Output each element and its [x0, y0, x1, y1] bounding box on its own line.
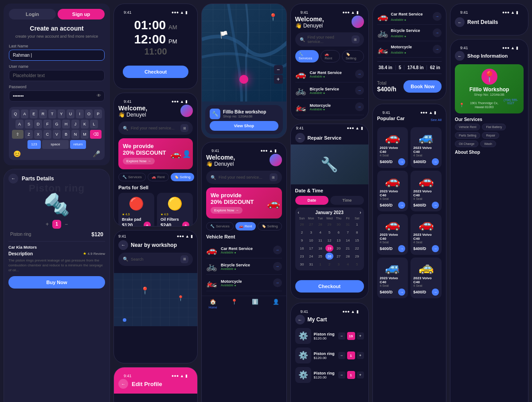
pill-parts-selling[interactable]: Parts Selling [455, 132, 480, 139]
tab-services-v[interactable]: 🔧 Services [206, 222, 234, 230]
cart-minus-1[interactable]: − [338, 332, 345, 340]
svc-bicycle-arrow[interactable]: → [355, 86, 364, 95]
explore-button-v[interactable]: Explore Now → [211, 207, 243, 214]
cart-plus-3[interactable]: + [357, 371, 364, 379]
cal-30[interactable]: 30 [298, 261, 306, 268]
cal-18[interactable]: 18 [316, 245, 325, 252]
cal-8[interactable]: 8 [353, 229, 361, 236]
cal-27-prev[interactable]: 27 [307, 221, 315, 228]
cal-16[interactable]: 16 [298, 245, 306, 252]
nav-profile[interactable]: 👤 [273, 299, 279, 309]
filter-button-v[interactable]: ⊞ [270, 173, 278, 181]
nav-home[interactable]: 🏠 Home [209, 299, 217, 309]
key-123[interactable]: 123 [27, 140, 41, 149]
key-z[interactable]: Z [25, 130, 33, 139]
tab-services-s[interactable]: 🔧 Services [295, 50, 319, 62]
pill-oil-change[interactable]: Oil Change [455, 141, 478, 147]
cal-12[interactable]: 12 [325, 237, 334, 244]
car-list-car-arrow[interactable]: → [433, 12, 442, 21]
tab-selling-v[interactable]: 🏷️ Selling [258, 222, 282, 230]
car-card-2-arrow[interactable]: → [432, 158, 439, 165]
cal-6[interactable]: 6 [334, 229, 343, 236]
key-k[interactable]: K [81, 120, 89, 129]
search-bar[interactable]: 🔍 Find your need service... ⊞ [118, 121, 193, 135]
add-oil-button[interactable]: + [182, 222, 189, 226]
bicycle-arrow-button[interactable]: → [273, 262, 282, 271]
pill-wash[interactable]: Wash [480, 141, 496, 147]
car-card-8-arrow[interactable]: → [432, 289, 439, 296]
repair-checkout-button[interactable]: Checkout [295, 280, 364, 293]
cal-22[interactable]: 22 [353, 245, 361, 252]
key-g[interactable]: G [53, 120, 61, 129]
cal-11[interactable]: 11 [316, 237, 325, 244]
repair-back-button[interactable]: ← [295, 133, 305, 143]
key-s[interactable]: S [25, 120, 33, 129]
login-tab[interactable]: Login [9, 9, 56, 20]
emoji-icon[interactable]: 😊 [13, 150, 21, 157]
key-backspace[interactable]: ⌫ [90, 130, 102, 139]
cart-back-button[interactable]: ← [295, 315, 305, 324]
workshop-search[interactable]: 🔍 Search ⊞ [118, 253, 193, 266]
key-o[interactable]: O [85, 109, 93, 118]
cal-3[interactable]: 3 [307, 229, 315, 236]
explore-button[interactable]: Explore Now → [123, 158, 155, 164]
mic-icon[interactable]: 🎤 [93, 150, 100, 157]
workshop-back-button[interactable]: ← [118, 240, 128, 250]
cal-1[interactable]: 1 [353, 221, 361, 228]
cal-2-next[interactable]: 2 [325, 261, 334, 268]
pill-repair[interactable]: Repair [482, 132, 499, 139]
motorcycle-arrow-button[interactable]: → [273, 278, 282, 287]
key-space[interactable]: space [42, 140, 69, 149]
date-tab[interactable]: Date [295, 196, 329, 205]
cal-29[interactable]: 29 [353, 253, 361, 260]
password-input[interactable] [9, 90, 105, 101]
shop-back-button[interactable]: ← [455, 51, 465, 61]
add-brake-button[interactable]: + [144, 222, 151, 226]
cal-7[interactable]: 7 [344, 229, 352, 236]
filter-button-w[interactable]: ⊞ [180, 255, 188, 263]
tab-services[interactable]: 🔧 Services [118, 173, 146, 181]
cal-14[interactable]: 14 [344, 237, 352, 244]
cal-24[interactable]: 24 [307, 253, 315, 260]
key-shift[interactable]: ⇧ [12, 130, 23, 139]
key-x[interactable]: X [34, 130, 42, 139]
edit-back-button[interactable]: ← [118, 379, 128, 389]
username-input[interactable] [9, 70, 105, 81]
key-l[interactable]: L [90, 120, 98, 129]
cal-2[interactable]: 2 [298, 229, 306, 236]
cal-prev-button[interactable]: ‹ [298, 210, 299, 215]
key-r[interactable]: R [39, 109, 47, 118]
cal-31-prev[interactable]: 31 [344, 221, 352, 228]
tab-rent-v[interactable]: 🚗 Rent [235, 222, 256, 230]
cal-25[interactable]: 25 [316, 253, 325, 260]
key-i[interactable]: I [76, 109, 84, 118]
parts-back-button[interactable]: ← [8, 174, 18, 183]
zoom-out-button[interactable]: + [274, 75, 283, 84]
tab-rent[interactable]: 🚗 Rent [148, 173, 169, 181]
car-card-7-arrow[interactable]: → [398, 289, 405, 296]
buy-now-button[interactable]: Buy Now [8, 276, 105, 289]
key-n[interactable]: N [71, 130, 79, 139]
cal-13[interactable]: 13 [334, 237, 343, 244]
cal-28-prev[interactable]: 28 [316, 221, 325, 228]
services-search[interactable]: 🔍 Find your need service... ⊞ [295, 32, 364, 47]
cal-23[interactable]: 23 [298, 253, 306, 260]
pill-flat-battery[interactable]: Flat Battery [482, 124, 506, 130]
key-return[interactable]: return [70, 140, 86, 149]
last-name-input[interactable] [9, 50, 105, 61]
cal-28[interactable]: 28 [344, 253, 352, 260]
key-f[interactable]: F [43, 120, 51, 129]
cal-26-prev[interactable]: 26 [298, 221, 306, 228]
cal-3-next[interactable]: 3 [334, 261, 343, 268]
car-card-3-arrow[interactable]: → [398, 202, 405, 209]
zoom-in-button[interactable]: − [274, 65, 283, 74]
cal-4-next[interactable]: 4 [344, 261, 352, 268]
key-e[interactable]: E [30, 109, 38, 118]
tab-selling-s[interactable]: 🏷️ Selling [342, 50, 364, 62]
cart-minus-2[interactable]: − [338, 352, 345, 359]
key-u[interactable]: U [66, 109, 74, 118]
key-y[interactable]: Y [58, 109, 66, 118]
car-list-bicycle-arrow[interactable]: → [433, 28, 442, 37]
filter-s[interactable]: ⊞ [352, 35, 360, 43]
filter-button[interactable]: ⊞ [180, 124, 188, 132]
